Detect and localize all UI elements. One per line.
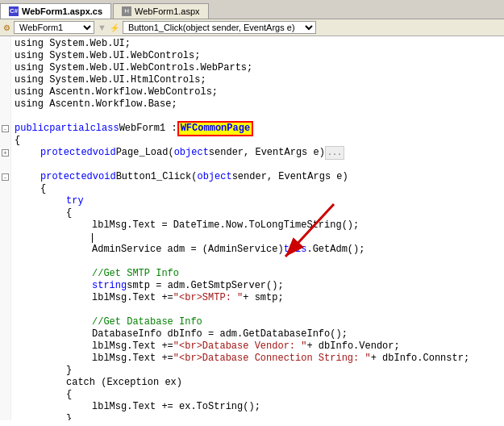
- gutter-l16: [0, 219, 10, 232]
- code-line-25: DatabaseInfo dbInfo = adm.GetDatabaseInf…: [15, 328, 501, 340]
- code-text: using System.Web.UI;: [15, 38, 131, 50]
- lblmsg-datetime: lblMsg.Text = DateTime.Now.ToLongTimeStr…: [92, 219, 359, 232]
- gutter-l25: [0, 328, 10, 340]
- brace-catch: {: [66, 389, 72, 401]
- brace-try-close: }: [66, 365, 72, 377]
- tab-bar: C# WebForm1.aspx.cs H WebForm1.aspx: [0, 0, 504, 19]
- gutter-l20: [0, 268, 10, 280]
- collapse-class[interactable]: -: [2, 125, 9, 132]
- tab-aspx[interactable]: H WebForm1.aspx: [113, 3, 209, 19]
- class-selector[interactable]: WebForm1: [14, 21, 94, 34]
- gutter-l26: [0, 340, 10, 353]
- gutter-l19: [0, 256, 10, 268]
- text-cursor: [92, 233, 93, 243]
- gutter-l29: [0, 377, 10, 389]
- code-text: using System.Web.UI.HtmlControls;: [15, 74, 206, 86]
- toolbar-icon-webform: ⚙: [3, 23, 10, 32]
- code-area: - + -: [0, 36, 504, 420]
- code-line-8: public partial class WebForm1 : WFCommon…: [15, 123, 501, 135]
- smtp-concat: + smtp;: [243, 292, 283, 304]
- gutter-l7: [0, 111, 10, 123]
- code-line-7: [15, 111, 501, 123]
- kw-try: try: [66, 195, 84, 207]
- b1-sig2: sender, EventArgs e): [232, 171, 348, 183]
- code-text: using System.Web.UI.WebControls;: [15, 50, 200, 62]
- gutter-l2: [0, 50, 10, 62]
- collapse-button1[interactable]: -: [2, 173, 9, 181]
- code-text: using Ascentn.Workflow.WebControls;: [15, 86, 218, 98]
- gutter-l30: [0, 389, 10, 401]
- gutter-l15: [0, 207, 10, 219]
- adminservice-line: AdminService adm = (AdminService): [92, 244, 284, 256]
- code-line-18: AdminService adm = (AdminService) this .…: [15, 244, 501, 256]
- kw-object-b1: object: [197, 171, 231, 183]
- code-line-10: protected void Page_Load( object sender,…: [15, 147, 501, 159]
- gutter-l1: [0, 38, 10, 50]
- dbinfo-line: DatabaseInfo dbInfo = adm.GetDatabaseInf…: [92, 328, 348, 340]
- toolbar: ⚙ WebForm1 ▼ ⚡ Button1_Click(object send…: [0, 19, 504, 36]
- collapsed-indicator[interactable]: ...: [325, 146, 344, 160]
- code-line-22: lblMsg.Text += "<br>SMTP: " + smtp;: [15, 292, 501, 304]
- code-lines[interactable]: using System.Web.UI; using System.Web.UI…: [11, 36, 504, 420]
- aspx-icon: H: [122, 6, 131, 16]
- kw-void-b1: void: [93, 171, 116, 183]
- gutter-pageload[interactable]: +: [0, 147, 10, 159]
- gutter-l18: [0, 244, 10, 256]
- code-line-17: [15, 232, 501, 244]
- code-line-1: using System.Web.UI;: [15, 38, 501, 50]
- gutter: - + -: [0, 36, 11, 420]
- brace-catch-close: }: [66, 413, 72, 420]
- code-line-19: [15, 256, 501, 268]
- gutter-l4: [0, 74, 10, 86]
- code-line-6: using Ascentn.Workflow.Base;: [15, 98, 501, 111]
- gutter-l11: [0, 159, 10, 171]
- brace-b1: {: [40, 183, 46, 195]
- code-line-12: protected void Button1_Click( object sen…: [15, 171, 501, 183]
- smtp-var: smtp = adm.GetSmtpServer();: [127, 280, 283, 292]
- toolbar-method-icon: ⚡: [110, 23, 119, 32]
- gutter-l28: [0, 365, 10, 377]
- kw-object-pl: object: [174, 147, 209, 159]
- kw-class: class: [90, 123, 119, 135]
- comment-db: //Get Database Info: [92, 316, 202, 328]
- code-line-32: }: [15, 413, 501, 420]
- code-line-3: using System.Web.UI.WebControls.WebParts…: [15, 62, 501, 74]
- lblmsg-vendor: lblMsg.Text +=: [92, 340, 173, 353]
- gutter-l14: [0, 195, 10, 207]
- brace-open: {: [15, 135, 20, 147]
- brace-try: {: [66, 207, 72, 219]
- kw-protected-b1: protected: [40, 171, 93, 183]
- gutter-l13: [0, 183, 10, 195]
- gutter-l24: [0, 316, 10, 328]
- code-line-28: }: [15, 365, 501, 377]
- class-name: WebForm1 :: [119, 123, 177, 135]
- kw-void-pl: void: [93, 147, 116, 159]
- method-selector[interactable]: Button1_Click(object sender, EventArgs e…: [123, 21, 316, 34]
- tab-cs-label: WebForm1.aspx.cs: [22, 6, 102, 16]
- gutter-l31: [0, 401, 10, 413]
- str-conn: "<br>Database Connection String: ": [173, 353, 371, 365]
- ex-tostring: lblMsg.Text += ex.ToString();: [92, 401, 260, 413]
- code-line-23: [15, 304, 501, 316]
- kw-protected-pl: protected: [40, 147, 93, 159]
- code-line-2: using System.Web.UI.WebControls;: [15, 50, 501, 62]
- code-line-29: catch (Exception ex): [15, 377, 501, 389]
- code-text: using Ascentn.Workflow.Base;: [15, 98, 177, 111]
- pageload-sig: Page_Load(: [116, 147, 174, 159]
- gutter-l3: [0, 62, 10, 74]
- wfcommonpage-highlight: WFCommonPage: [177, 121, 253, 136]
- str-vendor: "<br>Database Vendor: ": [173, 340, 307, 353]
- collapse-pageload[interactable]: +: [2, 149, 9, 157]
- kw-public: public: [15, 123, 49, 135]
- gutter-class[interactable]: -: [0, 123, 10, 135]
- vendor-concat: + dbInfo.Vendor;: [306, 340, 399, 353]
- code-line-11: [15, 159, 501, 171]
- tab-cs[interactable]: C# WebForm1.aspx.cs: [0, 3, 111, 19]
- code-line-13: {: [15, 183, 501, 195]
- kw-this: this: [284, 244, 307, 256]
- gutter-button1[interactable]: -: [0, 171, 10, 183]
- str-smtp: "<br>SMTP: ": [173, 292, 243, 304]
- code-line-20: //Get SMTP Info: [15, 268, 501, 280]
- code-line-9: {: [15, 135, 501, 147]
- code-line-24: //Get Database Info: [15, 316, 501, 328]
